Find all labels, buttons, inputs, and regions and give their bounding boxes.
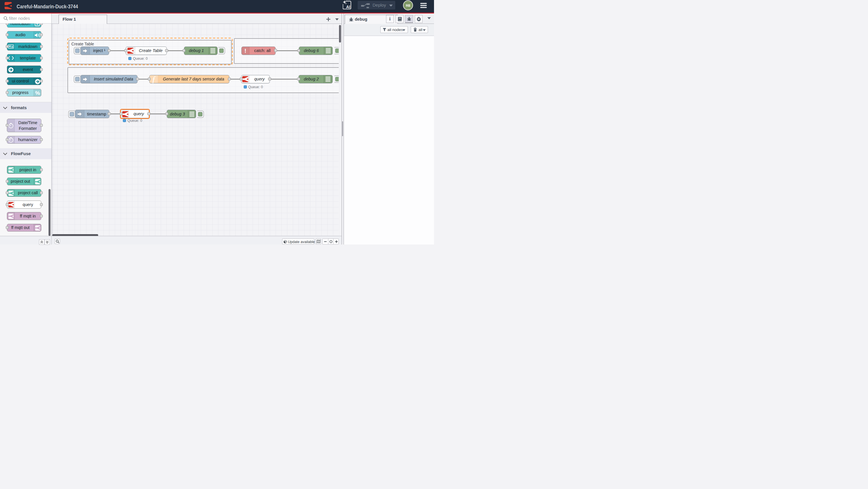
svg-text:%: % (35, 90, 40, 96)
svg-text:ƒ: ƒ (152, 75, 156, 84)
svg-text:AI: AI (346, 5, 350, 9)
